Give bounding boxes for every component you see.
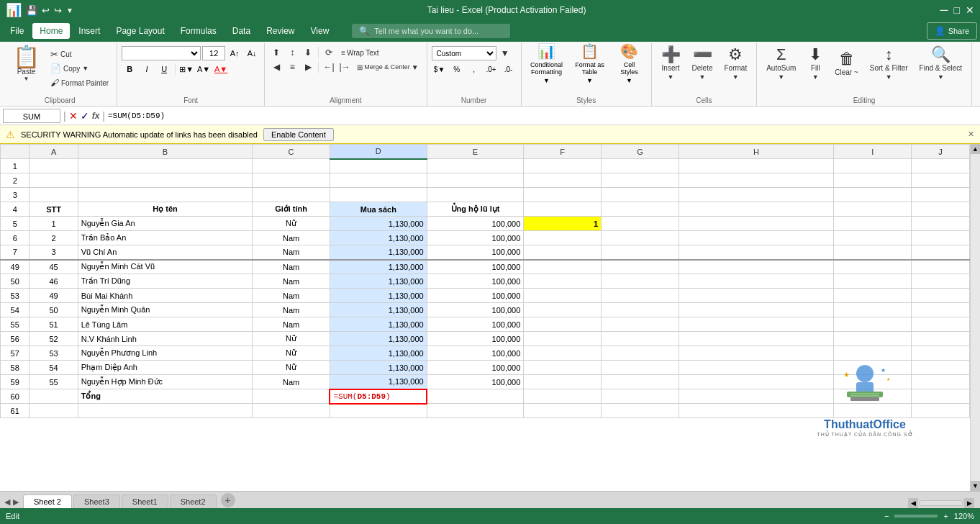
cell-b7[interactable]: Vũ Chí An [78, 245, 252, 260]
autosum-button[interactable]: Σ AutoSum ▼ [761, 45, 801, 82]
sort-filter-button[interactable]: ↕ Sort & Filter ▼ [865, 45, 913, 82]
scroll-left-button[interactable]: ◀ [908, 498, 918, 508]
cell-d61[interactable] [330, 404, 427, 418]
menu-item-data[interactable]: Data [225, 23, 258, 39]
cell-e6[interactable]: 100,000 [427, 231, 524, 245]
bold-button[interactable]: B [122, 62, 137, 76]
cell-j6[interactable] [912, 231, 970, 245]
cell-d53[interactable]: 1,130,000 [330, 289, 427, 303]
cell-h49[interactable] [679, 260, 834, 274]
cell-b3[interactable] [78, 188, 252, 202]
cell-f4[interactable] [524, 202, 602, 217]
cell-f60[interactable] [524, 389, 602, 404]
col-header-j[interactable]: J [912, 145, 970, 159]
cell-a3[interactable] [30, 188, 78, 202]
cell-a5[interactable]: 1 [30, 217, 78, 231]
cell-j57[interactable] [912, 346, 970, 361]
cell-i5[interactable] [834, 217, 912, 231]
cell-b54[interactable]: Nguyễn Minh Quân [78, 303, 252, 317]
cell-c61[interactable] [253, 404, 330, 418]
cell-b58[interactable]: Phạm Diệp Anh [78, 361, 252, 375]
cell-g3[interactable] [602, 188, 679, 202]
underline-button[interactable]: U [156, 62, 172, 76]
menu-item-file[interactable]: File [3, 23, 31, 39]
cell-f54[interactable] [524, 303, 602, 317]
cell-styles-button[interactable]: 🎨 Cell Styles ▼ [612, 45, 647, 82]
cell-c50[interactable]: Nam [253, 274, 330, 289]
maximize-button[interactable]: □ [954, 4, 960, 16]
find-select-button[interactable]: 🔍 Find & Select ▼ [915, 45, 967, 82]
cell-b56[interactable]: N.V Khánh Linh [78, 332, 252, 346]
horizontal-scrollbar-track[interactable] [920, 500, 963, 506]
cell-d60-formula[interactable]: =SUM(D5:D59) SUM(number1, [number2], ...… [330, 389, 427, 404]
paste-button[interactable]: 📋 Paste ▼ [7, 45, 45, 95]
clear-button[interactable]: 🗑 Clear ~ [830, 45, 863, 82]
col-header-f[interactable]: F [524, 145, 602, 159]
currency-style-button[interactable]: $▼ [432, 62, 448, 76]
cell-h6[interactable] [679, 231, 834, 245]
share-button[interactable]: 👤 Share [927, 22, 977, 40]
cell-g61[interactable] [602, 404, 679, 418]
cell-c55[interactable]: Nam [253, 317, 330, 332]
cell-e5[interactable]: 100,000 [427, 217, 524, 231]
cell-b55[interactable]: Lê Tùng Lâm [78, 317, 252, 332]
cell-h55[interactable] [679, 317, 834, 332]
cell-b49[interactable]: Nguyễn Minh Cát Vũ [78, 260, 252, 274]
fill-color-button[interactable]: A▼ [196, 62, 212, 76]
cell-g7[interactable] [602, 245, 679, 260]
cell-h3[interactable] [679, 188, 834, 202]
cell-f53[interactable] [524, 289, 602, 303]
cell-a57[interactable]: 53 [30, 346, 78, 361]
cell-f3[interactable] [524, 188, 602, 202]
cell-a6[interactable]: 2 [30, 231, 78, 245]
cell-g53[interactable] [602, 289, 679, 303]
cell-d55[interactable]: 1,130,000 [330, 317, 427, 332]
cell-h57[interactable] [679, 346, 834, 361]
menu-item-insert[interactable]: Insert [71, 23, 107, 39]
quick-access-save[interactable]: 💾 [26, 5, 37, 16]
col-header-a[interactable]: A [30, 145, 78, 159]
cell-f59[interactable] [524, 375, 602, 389]
cell-i1[interactable] [834, 159, 912, 173]
cell-a53[interactable]: 49 [30, 289, 78, 303]
zoom-out-button[interactable]: − [884, 512, 889, 520]
copy-button[interactable]: 📄 Copy ▼ [47, 62, 112, 75]
cell-b2[interactable] [78, 173, 252, 188]
cell-b5[interactable]: Nguyễn Gia An [78, 217, 252, 231]
cell-c6[interactable]: Nam [253, 231, 330, 245]
cell-e56[interactable]: 100,000 [427, 332, 524, 346]
cell-d7[interactable]: 1,130,000 [330, 245, 427, 260]
cell-f6[interactable] [524, 231, 602, 245]
cell-e58[interactable]: 100,000 [427, 361, 524, 375]
cell-i4[interactable] [834, 202, 912, 217]
cell-b60-tong[interactable]: Tổng [78, 389, 252, 404]
cell-c57[interactable]: Nữ [253, 346, 330, 361]
cell-c5[interactable]: Nữ [253, 217, 330, 231]
scroll-up-button[interactable]: ▲ [971, 144, 981, 154]
cell-a59[interactable]: 55 [30, 375, 78, 389]
cell-f49[interactable] [524, 260, 602, 274]
cell-b59[interactable]: Nguyễn Hợp Minh Đức [78, 375, 252, 389]
menu-item-page-layout[interactable]: Page Layout [109, 23, 171, 39]
cell-i50[interactable] [834, 274, 912, 289]
cell-e49[interactable]: 100,000 [427, 260, 524, 274]
menu-item-view[interactable]: View [304, 23, 337, 39]
percent-style-button[interactable]: % [449, 62, 465, 76]
fill-button[interactable]: ⬇ Fill ▼ [802, 45, 828, 82]
cell-i57[interactable] [834, 346, 912, 361]
cell-e54[interactable]: 100,000 [427, 303, 524, 317]
col-header-b[interactable]: B [78, 145, 252, 159]
cell-d1[interactable] [330, 159, 427, 173]
cell-a1[interactable] [30, 159, 78, 173]
cell-h5[interactable] [679, 217, 834, 231]
cancel-formula-button[interactable]: ✕ [69, 110, 78, 122]
vertical-scrollbar[interactable]: ▲ ▼ [970, 144, 980, 491]
cell-j49[interactable] [912, 260, 970, 274]
cell-e61[interactable] [427, 404, 524, 418]
merge-center-button[interactable]: ⊞Merge & Center▼ [353, 60, 422, 73]
cell-a2[interactable] [30, 173, 78, 188]
number-format-select[interactable]: Custom [432, 46, 496, 60]
menu-item-home[interactable]: Home [32, 23, 70, 39]
align-center-button[interactable]: ≡ [285, 60, 299, 73]
cell-g4[interactable] [602, 202, 679, 217]
